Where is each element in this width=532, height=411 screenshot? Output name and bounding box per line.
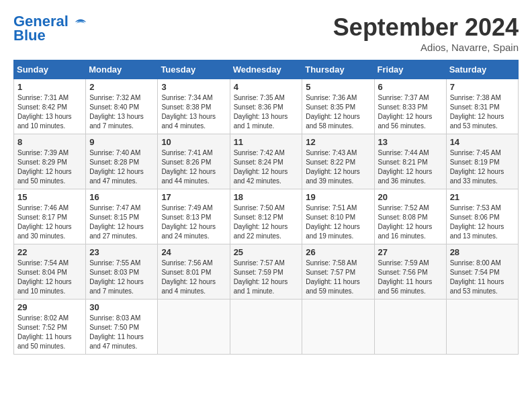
- day-detail: Sunrise: 7:37 AM Sunset: 8:33 PM Dayligh…: [378, 93, 443, 131]
- day-detail: Sunrise: 7:36 AM Sunset: 8:35 PM Dayligh…: [306, 93, 370, 131]
- col-header-thursday: Thursday: [302, 60, 374, 79]
- day-cell: 12Sunrise: 7:43 AM Sunset: 8:22 PM Dayli…: [302, 134, 374, 189]
- day-number: 2: [89, 82, 154, 92]
- day-cell: 9Sunrise: 7:40 AM Sunset: 8:28 PM Daylig…: [86, 134, 158, 189]
- day-cell: 22Sunrise: 7:54 AM Sunset: 8:04 PM Dayli…: [14, 244, 86, 300]
- day-cell: 16Sunrise: 7:47 AM Sunset: 8:15 PM Dayli…: [86, 189, 158, 244]
- day-detail: Sunrise: 7:41 AM Sunset: 8:26 PM Dayligh…: [161, 148, 226, 186]
- page-header: General Blue September 2024 Adios, Navar…: [13, 13, 519, 53]
- day-cell: 23Sunrise: 7:55 AM Sunset: 8:03 PM Dayli…: [86, 244, 158, 300]
- day-cell: 25Sunrise: 7:57 AM Sunset: 7:59 PM Dayli…: [230, 244, 302, 300]
- day-detail: Sunrise: 7:47 AM Sunset: 8:15 PM Dayligh…: [89, 203, 154, 241]
- day-number: 3: [161, 82, 226, 92]
- day-number: 11: [234, 137, 299, 147]
- day-number: 27: [378, 247, 443, 257]
- day-detail: Sunrise: 7:51 AM Sunset: 8:10 PM Dayligh…: [306, 203, 370, 241]
- title-block: September 2024 Adios, Navarre, Spain: [333, 13, 519, 53]
- day-cell: 11Sunrise: 7:42 AM Sunset: 8:24 PM Dayli…: [230, 134, 302, 189]
- header-row: SundayMondayTuesdayWednesdayThursdayFrid…: [14, 60, 519, 79]
- day-number: 16: [89, 192, 154, 202]
- day-cell: 17Sunrise: 7:49 AM Sunset: 8:13 PM Dayli…: [158, 189, 230, 244]
- day-cell: 1Sunrise: 7:31 AM Sunset: 8:42 PM Daylig…: [14, 79, 86, 134]
- day-detail: Sunrise: 7:55 AM Sunset: 8:03 PM Dayligh…: [89, 259, 154, 296]
- day-cell: 2Sunrise: 7:32 AM Sunset: 8:40 PM Daylig…: [86, 79, 158, 134]
- day-number: 10: [161, 137, 226, 147]
- day-number: 15: [17, 192, 82, 202]
- day-detail: Sunrise: 7:44 AM Sunset: 8:21 PM Dayligh…: [378, 148, 443, 186]
- col-header-tuesday: Tuesday: [158, 60, 230, 79]
- day-number: 5: [306, 82, 370, 92]
- day-detail: Sunrise: 7:59 AM Sunset: 7:56 PM Dayligh…: [378, 259, 443, 296]
- day-cell: [230, 300, 302, 355]
- calendar-table: SundayMondayTuesdayWednesdayThursdayFrid…: [13, 60, 519, 355]
- day-detail: Sunrise: 8:02 AM Sunset: 7:52 PM Dayligh…: [17, 314, 82, 351]
- day-cell: 18Sunrise: 7:50 AM Sunset: 8:12 PM Dayli…: [230, 189, 302, 244]
- day-detail: Sunrise: 7:43 AM Sunset: 8:22 PM Dayligh…: [306, 148, 370, 186]
- day-cell: [302, 300, 374, 355]
- day-cell: [446, 300, 518, 355]
- col-header-friday: Friday: [374, 60, 446, 79]
- day-detail: Sunrise: 7:35 AM Sunset: 8:36 PM Dayligh…: [234, 93, 299, 131]
- day-cell: 19Sunrise: 7:51 AM Sunset: 8:10 PM Dayli…: [302, 189, 374, 244]
- day-number: 6: [378, 82, 443, 92]
- week-row-3: 15Sunrise: 7:46 AM Sunset: 8:17 PM Dayli…: [14, 189, 519, 244]
- day-detail: Sunrise: 7:40 AM Sunset: 8:28 PM Dayligh…: [89, 148, 154, 186]
- day-cell: 29Sunrise: 8:02 AM Sunset: 7:52 PM Dayli…: [14, 300, 86, 355]
- day-cell: 6Sunrise: 7:37 AM Sunset: 8:33 PM Daylig…: [374, 79, 446, 134]
- day-cell: 8Sunrise: 7:39 AM Sunset: 8:29 PM Daylig…: [14, 134, 86, 189]
- day-number: 18: [234, 192, 299, 202]
- day-number: 17: [161, 192, 226, 202]
- day-cell: 28Sunrise: 8:00 AM Sunset: 7:54 PM Dayli…: [446, 244, 518, 300]
- col-header-monday: Monday: [86, 60, 158, 79]
- day-detail: Sunrise: 7:32 AM Sunset: 8:40 PM Dayligh…: [89, 93, 154, 131]
- day-cell: [158, 300, 230, 355]
- day-number: 14: [450, 137, 515, 147]
- day-number: 28: [450, 247, 515, 257]
- day-detail: Sunrise: 7:53 AM Sunset: 8:06 PM Dayligh…: [450, 203, 515, 241]
- location-subtitle: Adios, Navarre, Spain: [333, 42, 519, 53]
- day-number: 21: [450, 192, 515, 202]
- day-detail: Sunrise: 7:34 AM Sunset: 8:38 PM Dayligh…: [161, 93, 226, 131]
- day-number: 8: [17, 137, 82, 147]
- day-number: 1: [17, 82, 82, 92]
- day-number: 20: [378, 192, 443, 202]
- col-header-wednesday: Wednesday: [230, 60, 302, 79]
- day-cell: 4Sunrise: 7:35 AM Sunset: 8:36 PM Daylig…: [230, 79, 302, 134]
- day-cell: 27Sunrise: 7:59 AM Sunset: 7:56 PM Dayli…: [374, 244, 446, 300]
- day-detail: Sunrise: 7:49 AM Sunset: 8:13 PM Dayligh…: [161, 203, 226, 241]
- day-number: 13: [378, 137, 443, 147]
- day-number: 9: [89, 137, 154, 147]
- day-number: 24: [161, 247, 226, 257]
- day-detail: Sunrise: 7:50 AM Sunset: 8:12 PM Dayligh…: [234, 203, 299, 241]
- day-number: 22: [17, 247, 82, 257]
- day-detail: Sunrise: 8:00 AM Sunset: 7:54 PM Dayligh…: [450, 259, 515, 296]
- day-detail: Sunrise: 7:42 AM Sunset: 8:24 PM Dayligh…: [234, 148, 299, 186]
- day-detail: Sunrise: 7:54 AM Sunset: 8:04 PM Dayligh…: [17, 259, 82, 296]
- week-row-4: 22Sunrise: 7:54 AM Sunset: 8:04 PM Dayli…: [14, 244, 519, 300]
- day-detail: Sunrise: 7:46 AM Sunset: 8:17 PM Dayligh…: [17, 203, 82, 241]
- day-cell: 21Sunrise: 7:53 AM Sunset: 8:06 PM Dayli…: [446, 189, 518, 244]
- day-number: 25: [234, 247, 299, 257]
- day-cell: 26Sunrise: 7:58 AM Sunset: 7:57 PM Dayli…: [302, 244, 374, 300]
- week-row-5: 29Sunrise: 8:02 AM Sunset: 7:52 PM Dayli…: [14, 300, 519, 355]
- day-cell: 24Sunrise: 7:56 AM Sunset: 8:01 PM Dayli…: [158, 244, 230, 300]
- day-detail: Sunrise: 7:39 AM Sunset: 8:29 PM Dayligh…: [17, 148, 82, 186]
- day-number: 29: [17, 302, 82, 312]
- day-cell: 14Sunrise: 7:45 AM Sunset: 8:19 PM Dayli…: [446, 134, 518, 189]
- day-detail: Sunrise: 7:57 AM Sunset: 7:59 PM Dayligh…: [234, 259, 299, 296]
- day-cell: 30Sunrise: 8:03 AM Sunset: 7:50 PM Dayli…: [86, 300, 158, 355]
- day-cell: 13Sunrise: 7:44 AM Sunset: 8:21 PM Dayli…: [374, 134, 446, 189]
- day-detail: Sunrise: 7:58 AM Sunset: 7:57 PM Dayligh…: [306, 259, 370, 296]
- day-number: 23: [89, 247, 154, 257]
- day-cell: 7Sunrise: 7:38 AM Sunset: 8:31 PM Daylig…: [446, 79, 518, 134]
- day-number: 30: [89, 302, 154, 312]
- day-cell: 5Sunrise: 7:36 AM Sunset: 8:35 PM Daylig…: [302, 79, 374, 134]
- day-detail: Sunrise: 7:45 AM Sunset: 8:19 PM Dayligh…: [450, 148, 515, 186]
- day-number: 7: [450, 82, 515, 92]
- day-cell: 15Sunrise: 7:46 AM Sunset: 8:17 PM Dayli…: [14, 189, 86, 244]
- day-cell: 10Sunrise: 7:41 AM Sunset: 8:26 PM Dayli…: [158, 134, 230, 189]
- day-cell: 20Sunrise: 7:52 AM Sunset: 8:08 PM Dayli…: [374, 189, 446, 244]
- col-header-sunday: Sunday: [14, 60, 86, 79]
- day-detail: Sunrise: 7:56 AM Sunset: 8:01 PM Dayligh…: [161, 259, 226, 296]
- day-number: 4: [234, 82, 299, 92]
